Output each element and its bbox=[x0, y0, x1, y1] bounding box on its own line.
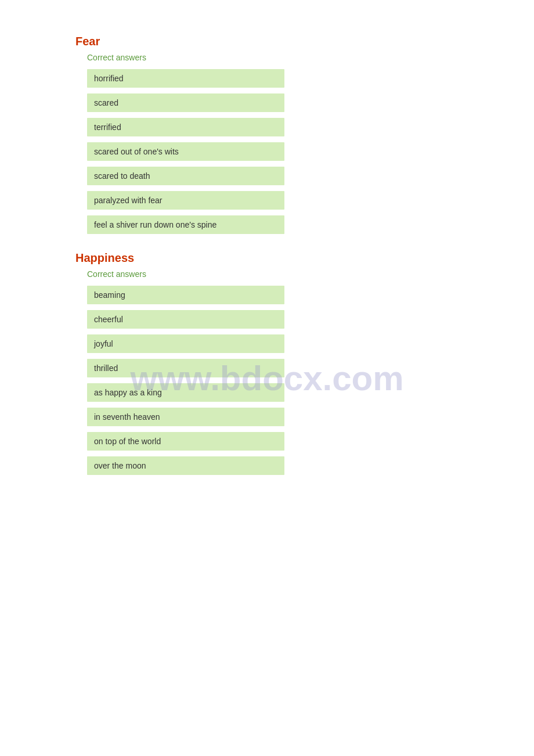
answer-item: scared out of one's wits bbox=[87, 142, 284, 161]
category-section-fear: FearCorrect answershorrifiedscaredterrif… bbox=[75, 35, 459, 234]
correct-answers-label-fear: Correct answers bbox=[87, 53, 459, 62]
answer-item: horrified bbox=[87, 69, 284, 88]
answer-item: thrilled bbox=[87, 359, 284, 377]
category-title-fear: Fear bbox=[75, 35, 459, 48]
answer-item: feel a shiver run down one's spine bbox=[87, 215, 284, 234]
answer-item: as happy as a king bbox=[87, 383, 284, 402]
answer-item: over the moon bbox=[87, 456, 284, 475]
category-title-happiness: Happiness bbox=[75, 251, 459, 265]
answer-item: joyful bbox=[87, 334, 284, 353]
answers-list-fear: horrifiedscaredterrifiedscared out of on… bbox=[87, 69, 459, 234]
answer-item: on top of the world bbox=[87, 432, 284, 451]
category-section-happiness: HappinessCorrect answersbeamingcheerfulj… bbox=[75, 251, 459, 475]
answer-item: paralyzed with fear bbox=[87, 191, 284, 210]
correct-answers-label-happiness: Correct answers bbox=[87, 269, 459, 279]
answer-item: beaming bbox=[87, 286, 284, 304]
answer-item: scared bbox=[87, 93, 284, 112]
answer-item: scared to death bbox=[87, 167, 284, 185]
content: FearCorrect answershorrifiedscaredterrif… bbox=[75, 35, 459, 475]
answer-item: cheerful bbox=[87, 310, 284, 329]
answers-list-happiness: beamingcheerfuljoyfulthrilledas happy as… bbox=[87, 286, 459, 475]
answer-item: in seventh heaven bbox=[87, 408, 284, 426]
answer-item: terrified bbox=[87, 118, 284, 136]
